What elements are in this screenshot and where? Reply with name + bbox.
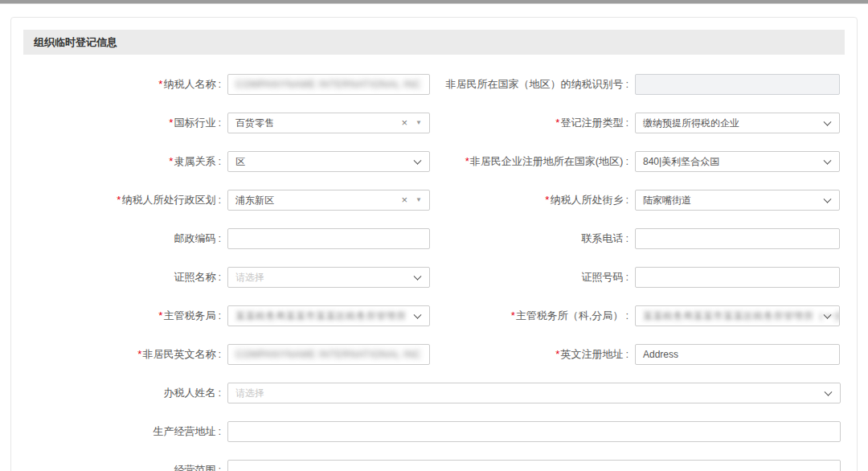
english-name-input[interactable]: COMPANYNAME INTERNATIONAL INC bbox=[227, 344, 430, 365]
tax-office-select[interactable]: 某某税务局某某市某某区税务所管理所（一分局） bbox=[635, 305, 840, 326]
top-divider bbox=[0, 0, 868, 4]
business-address-input[interactable] bbox=[227, 421, 841, 442]
form-row: 经营范围: bbox=[23, 460, 845, 471]
required-marker: * bbox=[158, 78, 162, 90]
caret-down-icon[interactable]: ▼ bbox=[416, 197, 422, 203]
caret-down-icon[interactable]: ▼ bbox=[416, 120, 422, 126]
field-registration-type: *登记注册类型: 缴纳预提所得税的企业 bbox=[434, 113, 845, 133]
english-name-label: *非居民英文名称: bbox=[23, 347, 222, 362]
affiliation-label: *隶属关系: bbox=[23, 154, 222, 169]
registration-form-card: 组织临时登记信息 *纳税人名称: COMPANYNAME INTERNATION… bbox=[10, 17, 858, 471]
field-district: *纳税人所处行政区划: 浦东新区 × ▼ bbox=[23, 190, 434, 211]
license-number-label: 证照号码: bbox=[434, 270, 629, 285]
form-row: 证照名称: 请选择 证照号码: bbox=[23, 267, 845, 288]
required-marker: * bbox=[158, 309, 162, 322]
registration-country-select[interactable]: 840|美利坚合众国 bbox=[635, 151, 840, 172]
form-row: 生产经营地址: bbox=[23, 421, 845, 442]
industry-label: *国标行业: bbox=[23, 116, 222, 130]
field-license-name: 证照名称: 请选择 bbox=[23, 267, 434, 288]
chevron-down-icon[interactable] bbox=[414, 272, 422, 281]
form-row: *纳税人名称: COMPANYNAME INTERNATIONAL INC 非居… bbox=[23, 74, 845, 95]
field-license-number: 证照号码: bbox=[434, 267, 845, 288]
business-address-label: 生产经营地址: bbox=[23, 424, 222, 439]
field-registration-country: *非居民企业注册地所在国家(地区): 840|美利坚合众国 bbox=[434, 151, 845, 172]
field-industry: *国标行业: 百货零售 × ▼ bbox=[23, 113, 434, 133]
tax-bureau-label: *主管税务局: bbox=[23, 309, 222, 323]
form-row: 邮政编码: 联系电话: bbox=[23, 228, 845, 249]
required-marker: * bbox=[555, 348, 559, 360]
field-phone: 联系电话: bbox=[434, 228, 845, 249]
form-row: 办税人姓名: 请选择 bbox=[23, 383, 845, 403]
redacted-value: 某某税务局某某市某某区税务所管理所（一分局） bbox=[643, 309, 840, 323]
required-marker: * bbox=[555, 117, 559, 129]
required-marker: * bbox=[465, 155, 469, 167]
field-tax-office: *主管税务所（科,分局）: 某某税务局某某市某某区税务所管理所（一分局） bbox=[434, 305, 845, 326]
postal-code-label: 邮政编码: bbox=[23, 231, 222, 246]
field-business-scope: 经营范围: bbox=[23, 460, 845, 471]
registration-type-label: *登记注册类型: bbox=[434, 116, 629, 130]
field-street: *纳税人所处街乡: 陆家嘴街道 bbox=[434, 190, 845, 211]
field-english-name: *非居民英文名称: COMPANYNAME INTERNATIONAL INC bbox=[23, 344, 434, 365]
postal-code-input[interactable] bbox=[227, 228, 430, 249]
registration-form: *纳税人名称: COMPANYNAME INTERNATIONAL INC 非居… bbox=[23, 55, 845, 471]
chevron-down-icon[interactable] bbox=[414, 311, 422, 319]
english-address-label: *英文注册地址: bbox=[434, 347, 629, 362]
business-scope-label: 经营范围: bbox=[23, 463, 222, 471]
field-tax-bureau: *主管税务局: 某某税务局某某市某某区税务所管理所 bbox=[23, 305, 434, 326]
form-row: *国标行业: 百货零售 × ▼ *登记注册类型: 缴纳预提所得税的企业 bbox=[23, 113, 845, 133]
industry-select[interactable]: 百货零售 × ▼ bbox=[227, 113, 430, 133]
form-row: *主管税务局: 某某税务局某某市某某区税务所管理所 *主管税务所（科,分局）: … bbox=[23, 305, 845, 326]
select-placeholder: 请选择 bbox=[235, 271, 264, 285]
field-tax-agent: 办税人姓名: 请选择 bbox=[23, 383, 845, 403]
chevron-down-icon[interactable] bbox=[824, 157, 832, 165]
tax-bureau-select[interactable]: 某某税务局某某市某某区税务所管理所 bbox=[227, 305, 430, 326]
field-taxpayer-name: *纳税人名称: COMPANYNAME INTERNATIONAL INC bbox=[23, 74, 434, 95]
field-nonresident-tin: 非居民所在国家（地区）的纳税识别号: bbox=[434, 74, 845, 95]
taxpayer-name-label: *纳税人名称: bbox=[23, 77, 222, 92]
chevron-down-icon[interactable] bbox=[824, 118, 832, 126]
clear-icon[interactable]: × bbox=[401, 195, 407, 205]
field-business-address: 生产经营地址: bbox=[23, 421, 845, 442]
chevron-down-icon[interactable] bbox=[824, 195, 832, 203]
clear-icon[interactable]: × bbox=[401, 117, 407, 128]
required-marker: * bbox=[511, 309, 515, 322]
redacted-value: COMPANYNAME INTERNATIONAL INC bbox=[235, 349, 421, 360]
english-address-input[interactable]: Address bbox=[635, 344, 840, 365]
registration-type-select[interactable]: 缴纳预提所得税的企业 bbox=[635, 113, 840, 133]
required-marker: * bbox=[545, 194, 549, 206]
tax-office-label: *主管税务所（科,分局）: bbox=[434, 309, 629, 323]
form-row: *纳税人所处行政区划: 浦东新区 × ▼ *纳税人所处街乡: 陆家嘴街道 bbox=[23, 190, 845, 211]
redacted-value: 某某税务局某某市某某区税务所管理所 bbox=[235, 309, 407, 323]
district-select[interactable]: 浦东新区 × ▼ bbox=[227, 190, 430, 211]
tax-agent-label: 办税人姓名: bbox=[23, 386, 222, 400]
field-affiliation: *隶属关系: 区 bbox=[23, 151, 434, 172]
required-marker: * bbox=[137, 348, 141, 360]
field-english-address: *英文注册地址: Address bbox=[434, 344, 845, 365]
nonresident-tin-label: 非居民所在国家（地区）的纳税识别号: bbox=[434, 77, 629, 92]
license-name-label: 证照名称: bbox=[23, 270, 222, 285]
required-marker: * bbox=[169, 155, 173, 167]
form-row: *非居民英文名称: COMPANYNAME INTERNATIONAL INC … bbox=[23, 344, 845, 365]
license-name-select[interactable]: 请选择 bbox=[227, 267, 430, 288]
form-row: *隶属关系: 区 *非居民企业注册地所在国家(地区): 840|美利坚合众国 bbox=[23, 151, 845, 172]
affiliation-select[interactable]: 区 bbox=[227, 151, 430, 172]
required-marker: * bbox=[169, 117, 173, 129]
business-scope-input[interactable] bbox=[227, 460, 841, 471]
street-label: *纳税人所处街乡: bbox=[434, 193, 629, 207]
street-select[interactable]: 陆家嘴街道 bbox=[635, 190, 840, 211]
license-number-input[interactable] bbox=[635, 267, 840, 288]
select-placeholder: 请选择 bbox=[235, 387, 264, 400]
nonresident-tin-input bbox=[635, 74, 840, 95]
required-marker: * bbox=[117, 194, 121, 206]
tax-agent-select[interactable]: 请选择 bbox=[227, 383, 841, 403]
chevron-down-icon[interactable] bbox=[414, 157, 422, 165]
section-title: 组织临时登记信息 bbox=[23, 30, 845, 55]
phone-input[interactable] bbox=[635, 228, 840, 249]
taxpayer-name-input[interactable]: COMPANYNAME INTERNATIONAL INC bbox=[227, 74, 430, 95]
district-label: *纳税人所处行政区划: bbox=[23, 193, 222, 207]
registration-country-label: *非居民企业注册地所在国家(地区): bbox=[434, 154, 629, 169]
field-postal-code: 邮政编码: bbox=[23, 228, 434, 249]
chevron-down-icon[interactable] bbox=[825, 388, 833, 396]
redacted-value: COMPANYNAME INTERNATIONAL INC bbox=[235, 79, 421, 90]
phone-label: 联系电话: bbox=[434, 231, 629, 246]
